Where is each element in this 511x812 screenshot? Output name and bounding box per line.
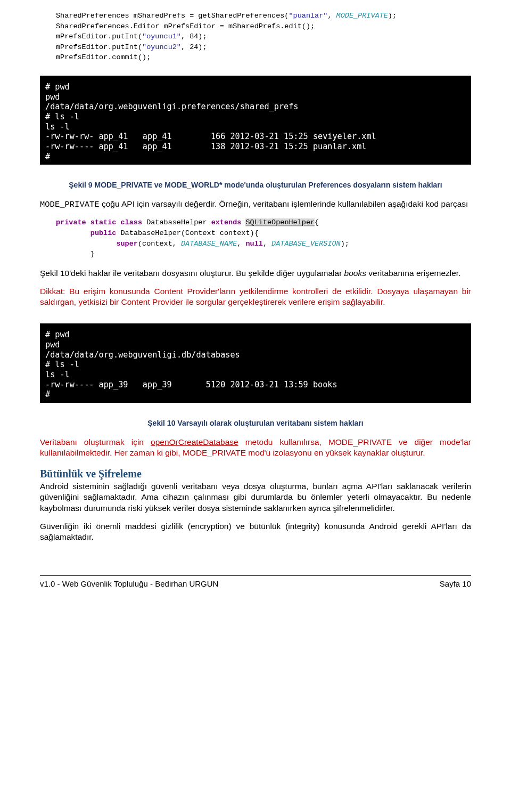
paragraph: Şekil 10'deki haklar ile veritabanı dosy… [40,268,471,279]
code-line: mPrefsEditor.putInt("oyuncu2", 24); [56,43,207,51]
code-line: mPrefsEditor.commit(); [56,53,151,61]
code-line: SharedPreferences mSharedPrefs = getShar… [56,12,397,20]
footer-left: v1.0 - Web Güvenlik Topluluğu - Bedirhan… [40,579,218,588]
code-block-prefs: SharedPreferences mSharedPrefs = getShar… [40,11,471,63]
inline-code: MODE_PRIVATE [40,200,100,209]
paragraph: Android sisteminin sağladığı güvenli ver… [40,481,471,513]
terminal-output-2: # pwd pwd /data/data/org.webguvenligi.db… [40,323,471,403]
paragraph: Veritabanı oluşturmak için openOrCreateD… [40,437,471,458]
code-line: SharedPreferences.Editor mPrefsEditor = … [56,22,315,30]
paragraph: MODE_PRIVATE çoğu API için varsayılı değ… [40,199,471,210]
code-line: private static class DatabaseHelper exte… [56,218,319,226]
terminal-output-1: # pwd pwd /data/data/org.webguvenligi.pr… [40,76,471,165]
page-footer: v1.0 - Web Güvenlik Topluluğu - Bedirhan… [40,575,471,588]
footer-right: Sayfa 10 [440,579,471,588]
code-block-db: private static class DatabaseHelper exte… [40,217,471,259]
code-line: super(context, DATABASE_NAME, null, DATA… [56,240,349,248]
figure-caption-10: Şekil 10 Varsayılı olarak oluşturulan ve… [40,419,471,427]
figure-caption-9: Şekil 9 MODE_PRIVATE ve MODE_WORLD* mode… [40,181,471,189]
warning-paragraph: Dikkat: Bu erişim konusunda Content Prov… [40,286,471,307]
paragraph: Güvenliğin iki önemli maddesi gizlilik (… [40,521,471,542]
section-heading: Bütünlük ve Şifreleme [40,468,471,480]
code-line: } [56,250,95,258]
code-line: mPrefsEditor.putInt("oyuncu1", 84); [56,33,207,40]
code-line: public DatabaseHelper(Context context){ [56,229,259,237]
